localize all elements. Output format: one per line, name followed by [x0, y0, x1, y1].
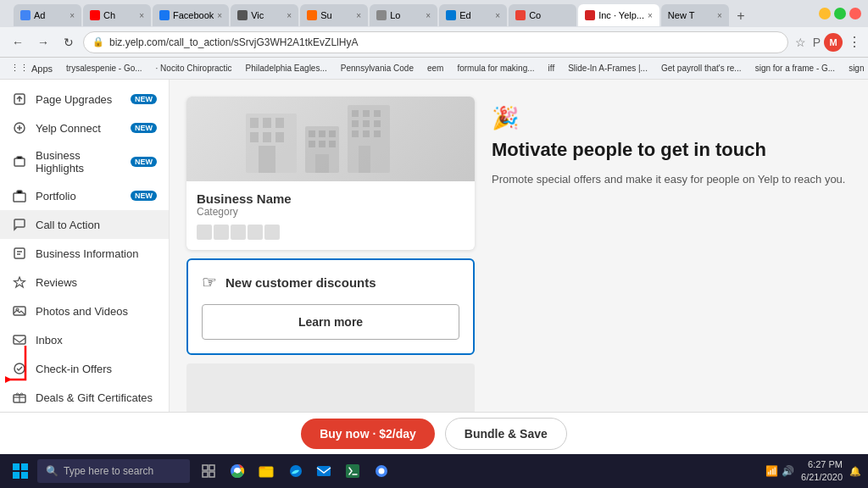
svg-rect-51 [203, 472, 208, 477]
taskbar-mail-icon[interactable] [312, 459, 336, 483]
card-stars [197, 225, 465, 240]
bookmark-label-payroll: Get payroll that's re... [661, 64, 742, 73]
taskbar-file-explorer-icon[interactable] [254, 459, 278, 483]
reviews-icon [12, 274, 27, 290]
svg-marker-7 [14, 277, 25, 287]
taskbar-chrome-icon[interactable] [225, 459, 249, 483]
bookmark-iff[interactable]: iff [545, 62, 559, 75]
bookmark-payroll[interactable]: Get payroll that's re... [658, 62, 745, 75]
star-2 [214, 225, 229, 240]
svg-rect-57 [346, 464, 359, 478]
tab-vic[interactable]: Vic × [231, 4, 298, 26]
sidebar-item-reviews[interactable]: Reviews [0, 268, 169, 297]
refresh-button[interactable]: ↻ [58, 31, 80, 53]
svg-rect-31 [319, 141, 326, 147]
new-tab-button[interactable]: + [731, 6, 751, 26]
sidebar-item-deals-gift[interactable]: Deals & Gift Certificates [0, 383, 169, 412]
motivate-section: 🎉 Motivate people to get in touch Promot… [492, 97, 851, 196]
start-button[interactable] [7, 458, 34, 485]
address-bar[interactable]: 🔒 biz.yelp.com/call_to_action/sSrvjG3WH2… [83, 31, 788, 53]
tab-ch[interactable]: Ch × [83, 4, 151, 26]
minimize-button[interactable] [819, 8, 831, 19]
bookmark-label-apps: Apps [31, 64, 53, 74]
speaker-icon: 🔊 [782, 465, 794, 477]
taskbar-chrome2-icon[interactable] [370, 459, 393, 483]
close-button[interactable] [849, 8, 861, 19]
sidebar-label-page-upgrades: Page Upgrades [36, 93, 112, 106]
task-view-button[interactable] [197, 459, 220, 483]
tab-close-fb[interactable]: × [217, 11, 222, 20]
building-illustration [220, 97, 441, 181]
bookmark-sign2[interactable]: sign [845, 62, 867, 75]
tab-lo[interactable]: Lo × [370, 4, 437, 26]
svg-rect-56 [317, 466, 331, 476]
bookmark-eem[interactable]: eem [424, 62, 447, 75]
sidebar-item-page-upgrades[interactable]: Page Upgrades NEW [0, 85, 169, 114]
back-button[interactable]: ← [7, 31, 29, 53]
tab-close-ed[interactable]: × [495, 11, 500, 20]
motivate-icon: 🎉 [492, 105, 851, 131]
bundle-save-button[interactable]: Bundle & Save [445, 418, 567, 450]
tab-bar: Ad × Ch × Facebook × Vic × Su × [7, 1, 807, 26]
bookmark-formula[interactable]: formula for making... [453, 62, 537, 75]
notification-icon[interactable]: 🔔 [849, 466, 861, 477]
bookmark-chiro[interactable]: · Nocito Chiropractic [153, 62, 236, 75]
tab-close-su[interactable]: × [356, 11, 361, 20]
buy-now-button[interactable]: Buy now · $2/day [301, 419, 435, 449]
bookmark-sign[interactable]: sign for a frame - G... [752, 62, 838, 75]
sidebar-item-business-highlights[interactable]: Business Highlights NEW [0, 142, 169, 181]
bookmark-pacode[interactable]: Pennsylvania Code [337, 62, 417, 75]
cta-learn-more-button[interactable]: Learn more [202, 304, 459, 340]
svg-rect-41 [352, 130, 359, 137]
sidebar-label-check-in-offers: Check-in Offers [36, 363, 112, 375]
pinterest-icon[interactable]: P [813, 36, 821, 49]
tab-close-ch[interactable]: × [139, 11, 144, 20]
menu-icon[interactable]: ⋮ [848, 34, 861, 50]
tab-close-new[interactable]: × [717, 11, 722, 20]
bookmark-eagles[interactable]: Philadelphia Eagles... [242, 62, 331, 75]
sidebar-item-inbox[interactable]: Inbox [0, 325, 169, 354]
sidebar-item-check-in-offers[interactable]: Check-in Offers [0, 354, 169, 383]
tab-close-yelp[interactable]: × [648, 11, 653, 20]
tab-ad[interactable]: Ad × [14, 4, 81, 26]
tab-ed[interactable]: Ed × [439, 4, 507, 26]
forward-button[interactable]: → [32, 31, 54, 53]
bookmark-label-formula: formula for making... [457, 64, 534, 73]
bookmark-icon[interactable]: ☆ [795, 36, 806, 49]
cta-offer-icon: ☞ [202, 272, 217, 292]
svg-rect-22 [250, 132, 259, 142]
card-image [186, 97, 475, 181]
taskbar-search-bar[interactable]: 🔍 Type here to search [37, 459, 190, 483]
svg-rect-27 [309, 130, 315, 137]
taskbar-search-text: Type here to search [64, 465, 153, 477]
url-text: biz.yelp.com/call_to_action/sSrvjG3WH2A1… [109, 36, 358, 48]
maximize-button[interactable] [834, 8, 846, 19]
taskbar-excel-icon[interactable] [341, 459, 364, 483]
tab-su[interactable]: Su × [300, 4, 368, 26]
user-avatar[interactable]: M [824, 33, 843, 52]
sidebar-item-business-information[interactable]: Business Information [0, 239, 169, 268]
tab-fb[interactable]: Facebook × [153, 4, 229, 26]
tab-close-vic[interactable]: × [287, 11, 292, 20]
svg-rect-35 [352, 110, 359, 117]
star-4 [248, 225, 263, 240]
network-icon: 📶 [765, 465, 778, 477]
taskbar-clock[interactable]: 6:27 PM 6/21/2020 [801, 458, 843, 485]
sidebar-item-portfolio[interactable]: Portfolio NEW [0, 181, 169, 210]
taskbar-edge-icon[interactable] [283, 459, 307, 483]
tab-label-ed: Ed [459, 10, 470, 20]
tab-close-lo[interactable]: × [426, 11, 431, 20]
bookmark-slide[interactable]: Slide-In A-Frames |... [565, 62, 651, 75]
tab-yelp[interactable]: Inc · Yelp... × [578, 4, 659, 26]
motivate-title: Motivate people to get in touch [492, 138, 851, 163]
tab-close-ad[interactable]: × [70, 11, 75, 20]
sidebar-item-yelp-connect[interactable]: Yelp Connect NEW [0, 114, 169, 142]
tab-label-yelp: Inc · Yelp... [598, 10, 644, 20]
tab-new[interactable]: New T × [661, 4, 729, 26]
bookmark-salesgenie[interactable]: trysalespenie - Go... [63, 62, 145, 75]
sidebar-item-call-to-action[interactable]: Call to Action [0, 210, 169, 239]
taskbar-search-icon: 🔍 [46, 465, 58, 477]
bookmark-apps[interactable]: ⋮⋮ Apps [7, 61, 56, 75]
tab-co[interactable]: Co [509, 4, 576, 26]
sidebar-item-photos-videos[interactable]: Photos and Videos [0, 297, 169, 325]
